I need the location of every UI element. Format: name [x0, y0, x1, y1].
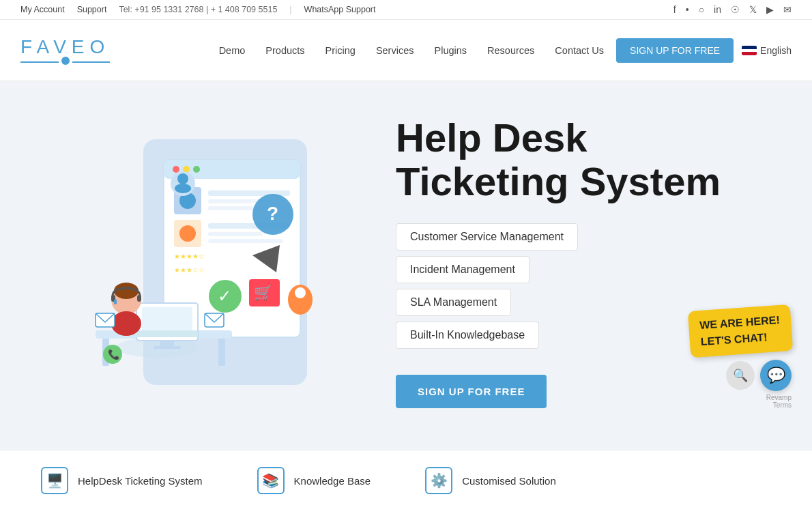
svg-point-5: [193, 166, 200, 173]
resources-link[interactable]: Resources: [479, 41, 542, 60]
footer-item-kb: 📚 Knowledge Base: [257, 467, 371, 494]
svg-text:✓: ✓: [218, 287, 231, 305]
svg-text:?: ?: [267, 203, 278, 224]
hero-wrapper: ★★★★☆ ★★★☆☆ ? ✓ 🛒: [0, 81, 812, 450]
top-bar-right: f • ○ in ☉ 𝕏 ▶ ✉: [673, 4, 792, 15]
flag-icon: [742, 46, 757, 55]
svg-point-40: [114, 283, 139, 299]
kb-icon: 📚: [257, 467, 285, 494]
logo-text: FAVEO: [20, 36, 110, 58]
signup-button[interactable]: SIGN UP FOR FREE: [616, 38, 734, 63]
svg-text:★★★★☆: ★★★★☆: [174, 253, 205, 260]
contact-us-link[interactable]: Contact Us: [547, 41, 612, 60]
support-link[interactable]: Support: [77, 5, 107, 14]
chat-widget: WE ARE HERE! LET'S CHAT! 🔍 💬 RevampTerms: [689, 308, 792, 409]
customised-icon: ⚙️: [425, 467, 452, 494]
revamp-label: RevampTerms: [766, 394, 792, 409]
helpdesk-icon: 🖥️: [41, 467, 68, 494]
svg-point-12: [179, 225, 196, 242]
feature-tag-kb: Built-In Knowledgebase: [396, 322, 539, 349]
svg-text:🛒: 🛒: [254, 283, 273, 302]
customised-label: Customised Solution: [462, 475, 556, 487]
language-label: English: [760, 45, 792, 56]
plugins-link[interactable]: Plugins: [426, 41, 475, 60]
hero-image-area: ★★★★☆ ★★★☆☆ ? ✓ 🛒: [41, 115, 368, 409]
services-link[interactable]: Services: [368, 41, 422, 60]
feature-tag-incident: Incident Management: [396, 256, 530, 283]
revamp-icon: 🔍: [726, 361, 755, 390]
svg-text:★★★☆☆: ★★★☆☆: [174, 266, 205, 274]
top-bar: My Account Support Tel: +91 95 1331 2768…: [0, 0, 812, 20]
svg-rect-36: [160, 341, 174, 346]
demo-link[interactable]: Demo: [211, 41, 254, 60]
footer-preview: 🖥️ HelpDesk Ticketing System 📚 Knowledge…: [0, 450, 812, 511]
hero-illustration: ★★★★☆ ★★★☆☆ ? ✓ 🛒: [41, 115, 368, 409]
language-selector[interactable]: English: [742, 45, 792, 56]
top-bar-left: My Account Support Tel: +91 95 1331 2768…: [20, 5, 376, 14]
hero-title-line1: Help Desk: [396, 115, 587, 160]
svg-point-3: [173, 166, 179, 173]
whatsapp-icon[interactable]: ✉: [783, 4, 792, 15]
feature-tag-sla: SLA Management: [396, 289, 511, 316]
svg-rect-37: [154, 346, 181, 349]
rss-icon[interactable]: ☉: [731, 4, 740, 15]
linkedin-icon[interactable]: in: [714, 4, 721, 15]
twitter-icon[interactable]: 𝕏: [749, 4, 757, 15]
svg-rect-33: [218, 339, 225, 366]
svg-text:📞: 📞: [108, 349, 120, 360]
svg-rect-42: [137, 295, 141, 302]
github-icon[interactable]: •: [686, 4, 689, 15]
products-link[interactable]: Products: [257, 41, 313, 60]
svg-rect-14: [208, 232, 263, 236]
svg-point-28: [177, 173, 188, 184]
facebook-icon[interactable]: f: [673, 4, 676, 15]
hero-title-line2: Ticketing System: [396, 159, 721, 203]
chat-bubble[interactable]: WE ARE HERE! LET'S CHAT!: [688, 304, 793, 358]
navbar: FAVEO Demo Products Pricing Services Plu…: [0, 20, 812, 81]
svg-point-44: [111, 311, 141, 336]
logo[interactable]: FAVEO: [20, 36, 110, 65]
nav-links: Demo Products Pricing Services Plugins R…: [211, 38, 792, 63]
feature-tag-csm: Customer Service Management: [396, 223, 578, 251]
hero-title: Help Desk Ticketing System: [396, 116, 771, 203]
footer-item-helpdesk: 🖥️ HelpDesk Ticketing System: [41, 467, 203, 494]
my-account-link[interactable]: My Account: [20, 5, 65, 14]
hero-signup-button[interactable]: SIGN UP FOR FREE: [396, 375, 547, 408]
svg-point-29: [175, 184, 191, 193]
svg-rect-43: [114, 299, 117, 304]
youtube-icon[interactable]: ▶: [766, 4, 774, 15]
svg-point-26: [295, 287, 306, 298]
chat-button[interactable]: 💬: [760, 360, 792, 391]
svg-rect-38: [130, 330, 198, 337]
instagram-icon[interactable]: ○: [699, 4, 704, 15]
pricing-link[interactable]: Pricing: [317, 41, 364, 60]
footer-item-customised: ⚙️ Customised Solution: [425, 467, 556, 494]
whatsapp-support-link[interactable]: WhatsApp Support: [304, 5, 376, 14]
kb-label: Knowledge Base: [294, 475, 371, 487]
svg-rect-15: [208, 239, 283, 243]
phone-number: Tel: +91 95 1331 2768 | + 1 408 709 5515: [119, 5, 277, 14]
helpdesk-label: HelpDesk Ticketing System: [78, 475, 203, 487]
